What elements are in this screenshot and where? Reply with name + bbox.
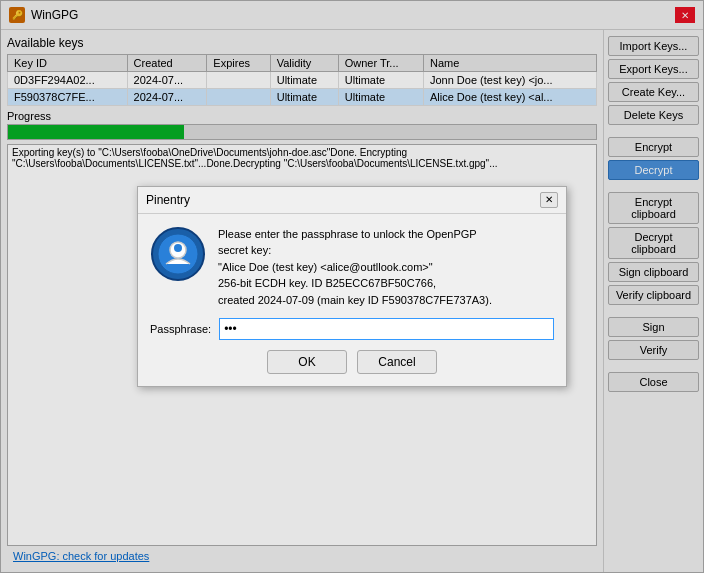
pinentry-icon: [150, 226, 206, 282]
passphrase-input[interactable]: [219, 318, 554, 340]
message-line4: 256-bit ECDH key. ID B25ECC67BF50C766,: [218, 275, 492, 292]
dialog-title: Pinentry: [146, 193, 190, 207]
message-line2: secret key:: [218, 242, 492, 259]
dialog-body: Please enter the passphrase to unlock th…: [138, 214, 566, 387]
ok-button[interactable]: OK: [267, 350, 347, 374]
svg-point-3: [174, 244, 182, 252]
dialog-overlay: Pinentry ✕ Please enter the: [1, 1, 703, 572]
message-line1: Please enter the passphrase to unlock th…: [218, 226, 492, 243]
passphrase-label: Passphrase:: [150, 323, 211, 335]
dialog-close-button[interactable]: ✕: [540, 192, 558, 208]
message-line3: "Alice Doe (test key) <alice@outllook.co…: [218, 259, 492, 276]
dialog-buttons: OK Cancel: [150, 350, 554, 374]
dialog-top-row: Please enter the passphrase to unlock th…: [150, 226, 554, 309]
dialog-message: Please enter the passphrase to unlock th…: [218, 226, 492, 309]
main-window: 🔑 WinGPG ✕ Available keys Key ID Created…: [0, 0, 704, 573]
cancel-button[interactable]: Cancel: [357, 350, 437, 374]
passphrase-row: Passphrase:: [150, 318, 554, 340]
pinentry-dialog: Pinentry ✕ Please enter the: [137, 186, 567, 388]
dialog-title-bar: Pinentry ✕: [138, 187, 566, 214]
message-line5: created 2024-07-09 (main key ID F590378C…: [218, 292, 492, 309]
